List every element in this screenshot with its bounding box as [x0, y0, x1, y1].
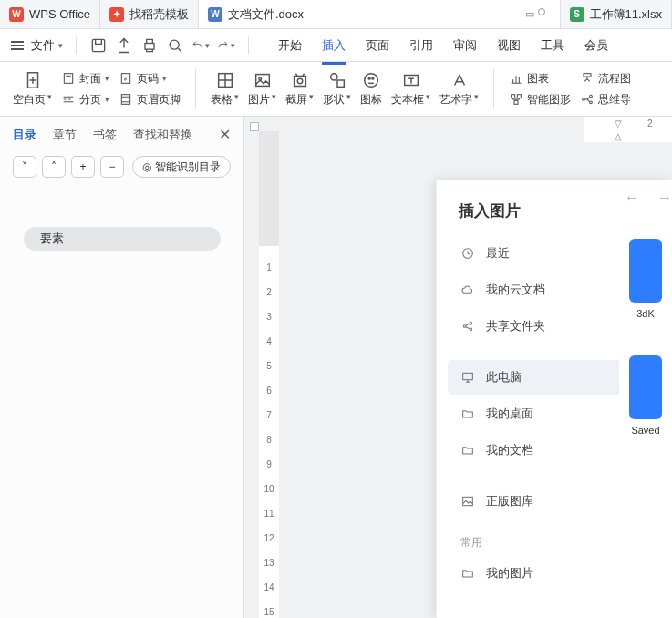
add-button[interactable]: +: [71, 156, 95, 178]
ribbon-mindmap[interactable]: 思维导: [576, 90, 635, 109]
file-menu[interactable]: 文件 ▾: [31, 37, 63, 54]
ruler-tick: 6: [266, 386, 272, 396]
ribbon-picture[interactable]: 图片▾: [244, 68, 280, 109]
picture-icon: [253, 70, 273, 90]
toc-item[interactable]: 要素: [24, 227, 221, 251]
tab-app[interactable]: W WPS Office: [0, 0, 100, 28]
print-preview-icon[interactable]: [166, 36, 184, 55]
thumbnail[interactable]: [629, 355, 662, 419]
monitor-icon: [460, 370, 475, 385]
svg-rect-21: [584, 74, 591, 77]
export-icon[interactable]: [115, 36, 133, 55]
hamburger-icon[interactable]: [11, 41, 24, 50]
svg-text:#: #: [124, 77, 127, 82]
side-tab-bookmark[interactable]: 书签: [93, 127, 117, 143]
menu-tab-start[interactable]: 开始: [278, 32, 302, 59]
ribbon-break[interactable]: 分页▾: [57, 90, 113, 109]
svg-point-2: [170, 40, 179, 49]
recognize-label: 智能识别目录: [155, 160, 221, 175]
template-icon: ✦: [109, 7, 124, 22]
menu-tab-tools[interactable]: 工具: [541, 32, 564, 59]
close-icon[interactable]: ✕: [219, 126, 231, 143]
menu-tab-member[interactable]: 会员: [584, 32, 608, 59]
menu-tab-label: 插入: [322, 38, 346, 52]
tab-doc[interactable]: W 文档文件.docx ▭: [199, 0, 561, 28]
ribbon-shape[interactable]: 形状▾: [319, 68, 355, 109]
ribbon-label: 思维导: [598, 92, 631, 108]
ruler-tick: 12: [264, 533, 274, 543]
ribbon-smartart[interactable]: 智能图形: [505, 90, 574, 109]
side-tab-label: 章节: [53, 128, 77, 141]
ribbon-label: 封面: [79, 71, 101, 87]
ribbon-label: 艺术字: [439, 92, 472, 108]
arrow-right-icon[interactable]: →: [657, 190, 672, 206]
undo-icon[interactable]: ▾: [191, 36, 210, 55]
ribbon-header-footer[interactable]: 页眉页脚: [115, 90, 184, 109]
page-number-icon: #: [119, 71, 133, 86]
side-tab-chapter[interactable]: 章节: [53, 127, 77, 143]
page-break-icon: [61, 92, 76, 107]
menu-tab-review[interactable]: 审阅: [453, 32, 477, 59]
ruler-tick: 5: [266, 361, 272, 371]
svg-point-23: [590, 95, 593, 98]
svg-point-27: [470, 322, 472, 324]
ruler-tick: 2: [266, 287, 272, 297]
horizontal-ruler: ▽ 2 △: [584, 117, 672, 142]
svg-point-14: [365, 74, 378, 88]
svg-rect-9: [255, 75, 269, 87]
expand-button[interactable]: ˄: [42, 156, 66, 178]
ribbon-label: 文本框: [391, 92, 424, 108]
ruler-tick: 1: [266, 263, 272, 273]
ribbon-label: 分页: [79, 92, 101, 108]
side-tab-findreplace[interactable]: 查找和替换: [133, 127, 192, 143]
tab-sheet-label: 工作簿11.xlsx: [590, 6, 662, 23]
separator: [195, 69, 196, 109]
save-icon[interactable]: [89, 36, 108, 55]
collapse-button[interactable]: ˅: [13, 156, 36, 178]
ribbon-cover[interactable]: 封面▾: [57, 69, 113, 88]
ribbon-label: 截屏: [285, 92, 307, 108]
redo-icon[interactable]: ▾: [217, 36, 235, 55]
arrow-left-icon[interactable]: ←: [625, 190, 639, 206]
ribbon-textbox[interactable]: 文本框▾: [388, 68, 434, 109]
ribbon-chart[interactable]: 图表: [505, 69, 574, 88]
ribbon-blank-page[interactable]: 空白页▾: [9, 68, 56, 109]
print-icon[interactable]: [140, 36, 159, 55]
thumbnail[interactable]: [629, 239, 662, 303]
svg-point-11: [297, 78, 303, 84]
svg-point-16: [372, 77, 374, 79]
tab-template[interactable]: ✦ 找稻壳模板: [100, 0, 199, 28]
dialog-item-label: 正版图库: [486, 493, 533, 510]
dialog-item-label: 共享文件夹: [486, 318, 545, 335]
menu-tab-view[interactable]: 视图: [497, 32, 521, 59]
ribbon-pagenum[interactable]: #页码▾: [115, 69, 184, 88]
ribbon-flowchart[interactable]: 流程图: [576, 69, 635, 88]
target-icon: ◎: [142, 160, 151, 173]
chart-icon: [509, 71, 523, 86]
tab-template-label: 找稻壳模板: [129, 6, 189, 23]
side-tab-toc[interactable]: 目录: [13, 127, 36, 143]
menu-tab-insert[interactable]: 插入: [322, 32, 346, 59]
indent-marker-icon[interactable]: △: [615, 131, 622, 141]
ribbon-screenshot[interactable]: 截屏▾: [282, 68, 317, 109]
ribbon-table[interactable]: 表格▾: [207, 68, 243, 109]
ribbon-wordart[interactable]: 艺术字▾: [436, 68, 482, 109]
indent-marker-icon[interactable]: ▽: [615, 118, 622, 129]
tab-sheet[interactable]: S 工作簿11.xlsx: [561, 0, 672, 28]
recognize-toc-button[interactable]: ◎ 智能识别目录: [132, 156, 231, 178]
window-mode-icon[interactable]: ▭: [525, 8, 534, 20]
thumbnail-label: 3dK: [636, 308, 655, 319]
svg-rect-20: [514, 100, 518, 104]
ribbon-icon[interactable]: 图标: [357, 68, 386, 109]
menu-tab-label: 页面: [366, 38, 389, 52]
flowchart-icon: [580, 71, 594, 86]
ribbon-label: 页码: [137, 71, 159, 87]
table-icon: [215, 70, 235, 90]
svg-rect-18: [512, 95, 515, 98]
menu-tab-page[interactable]: 页面: [366, 32, 389, 59]
svg-point-26: [463, 325, 466, 328]
menu-tab-reference[interactable]: 引用: [409, 32, 433, 59]
menu-tab-label: 视图: [497, 38, 521, 52]
menu-tabs: 开始 插入 页面 引用 审阅 视图 工具 会员: [278, 32, 608, 59]
remove-button[interactable]: −: [100, 156, 124, 178]
